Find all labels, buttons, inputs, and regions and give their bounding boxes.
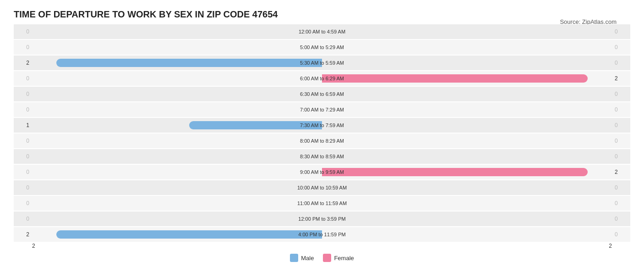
- row-bar-container: 12:00 AM to 4:59 AM: [32, 24, 612, 39]
- row-bar-container: 5:00 AM to 5:29 AM: [32, 40, 612, 55]
- male-bar: [56, 230, 322, 239]
- row-bar-container: 8:00 AM to 8:29 AM: [32, 134, 612, 148]
- row-male-value: 0: [14, 200, 32, 206]
- row-bar-container: 7:00 AM to 7:29 AM: [32, 102, 612, 117]
- row-time-label: 12:00 AM to 4:59 AM: [299, 29, 345, 34]
- female-bar: [322, 74, 588, 83]
- row-male-value: 0: [14, 28, 32, 35]
- row-bar-container: 11:00 AM to 11:59 AM: [32, 196, 612, 211]
- row-female-value: 2: [612, 169, 630, 175]
- chart-row: 07:00 AM to 7:29 AM0: [14, 102, 630, 117]
- row-time-label: 5:30 AM to 5:59 AM: [300, 60, 344, 66]
- row-bar-container: 4:00 PM to 11:59 PM: [32, 227, 612, 242]
- row-time-label: 8:00 AM to 8:29 AM: [300, 138, 344, 144]
- row-time-label: 6:00 AM to 6:29 AM: [300, 76, 344, 81]
- chart-row: 06:30 AM to 6:59 AM0: [14, 87, 630, 101]
- chart-row: 012:00 AM to 4:59 AM0: [14, 24, 630, 39]
- chart-row: 09:00 AM to 9:59 AM2: [14, 165, 630, 179]
- axis-right: 2: [609, 243, 612, 249]
- chart-row: 25:30 AM to 5:59 AM0: [14, 56, 630, 70]
- row-female-value: 0: [612, 216, 630, 222]
- chart-row: 24:00 PM to 11:59 PM0: [14, 227, 630, 242]
- chart-row: 08:30 AM to 8:59 AM0: [14, 149, 630, 164]
- row-female-value: 0: [612, 184, 630, 191]
- row-female-value: 0: [612, 106, 630, 113]
- row-time-label: 7:30 AM to 7:59 AM: [300, 123, 344, 128]
- row-male-value: 0: [14, 106, 32, 113]
- female-bar: [322, 168, 588, 176]
- row-male-value: 0: [14, 138, 32, 144]
- row-female-value: 0: [612, 200, 630, 206]
- chart-row: 011:00 AM to 11:59 AM0: [14, 196, 630, 211]
- row-male-value: 2: [14, 231, 32, 238]
- row-female-value: 0: [612, 28, 630, 35]
- row-time-label: 10:00 AM to 10:59 AM: [297, 185, 347, 190]
- row-female-value: 0: [612, 138, 630, 144]
- row-male-value: 1: [14, 122, 32, 128]
- row-male-value: 0: [14, 153, 32, 160]
- row-male-value: 2: [14, 60, 32, 66]
- chart-row: 010:00 AM to 10:59 AM0: [14, 180, 630, 195]
- row-time-label: 5:00 AM to 5:29 AM: [300, 45, 344, 50]
- row-female-value: 0: [612, 153, 630, 160]
- row-bar-container: 5:30 AM to 5:59 AM: [32, 56, 612, 70]
- row-female-value: 0: [612, 231, 630, 238]
- row-female-value: 0: [612, 91, 630, 97]
- row-female-value: 0: [612, 44, 630, 50]
- chart-row: 05:00 AM to 5:29 AM0: [14, 40, 630, 55]
- row-bar-container: 6:00 AM to 6:29 AM: [32, 71, 612, 86]
- axis-labels: 2 2: [14, 243, 630, 249]
- row-female-value: 0: [612, 122, 630, 128]
- legend: Male Female: [14, 254, 630, 262]
- row-female-value: 2: [612, 75, 630, 82]
- row-time-label: 12:00 PM to 3:59 PM: [298, 216, 345, 222]
- row-male-value: 0: [14, 216, 32, 222]
- legend-male: Male: [290, 254, 314, 262]
- legend-female: Female: [323, 254, 354, 262]
- row-time-label: 11:00 AM to 11:59 AM: [297, 201, 347, 206]
- row-male-value: 0: [14, 169, 32, 175]
- chart-row: 06:00 AM to 6:29 AM2: [14, 71, 630, 86]
- chart-row: 08:00 AM to 8:29 AM0: [14, 134, 630, 148]
- row-bar-container: 10:00 AM to 10:59 AM: [32, 180, 612, 195]
- legend-female-label: Female: [334, 255, 354, 262]
- row-female-value: 0: [612, 60, 630, 66]
- chart-row: 012:00 PM to 3:59 PM0: [14, 212, 630, 226]
- row-time-label: 6:30 AM to 6:59 AM: [300, 91, 344, 97]
- male-bar: [56, 59, 322, 67]
- row-bar-container: 9:00 AM to 9:59 AM: [32, 165, 612, 179]
- female-color-box: [323, 254, 331, 262]
- chart-title: TIME OF DEPARTURE TO WORK BY SEX IN ZIP …: [14, 9, 630, 20]
- row-male-value: 0: [14, 44, 32, 50]
- row-male-value: 0: [14, 184, 32, 191]
- row-bar-container: 6:30 AM to 6:59 AM: [32, 87, 612, 101]
- row-time-label: 4:00 PM to 11:59 PM: [298, 232, 345, 237]
- row-time-label: 9:00 AM to 9:59 AM: [300, 169, 344, 175]
- male-color-box: [290, 254, 298, 262]
- row-male-value: 0: [14, 91, 32, 97]
- row-time-label: 8:30 AM to 8:59 AM: [300, 154, 344, 159]
- chart-area: 012:00 AM to 4:59 AM005:00 AM to 5:29 AM…: [14, 24, 630, 262]
- row-bar-container: 7:30 AM to 7:59 AM: [32, 118, 612, 133]
- row-bar-container: 12:00 PM to 3:59 PM: [32, 212, 612, 226]
- axis-left: 2: [32, 243, 35, 249]
- row-male-value: 0: [14, 75, 32, 82]
- row-time-label: 7:00 AM to 7:29 AM: [300, 107, 344, 112]
- chart-row: 17:30 AM to 7:59 AM0: [14, 118, 630, 133]
- legend-male-label: Male: [301, 255, 314, 262]
- rows-container: 012:00 AM to 4:59 AM005:00 AM to 5:29 AM…: [14, 24, 630, 242]
- row-bar-container: 8:30 AM to 8:59 AM: [32, 149, 612, 164]
